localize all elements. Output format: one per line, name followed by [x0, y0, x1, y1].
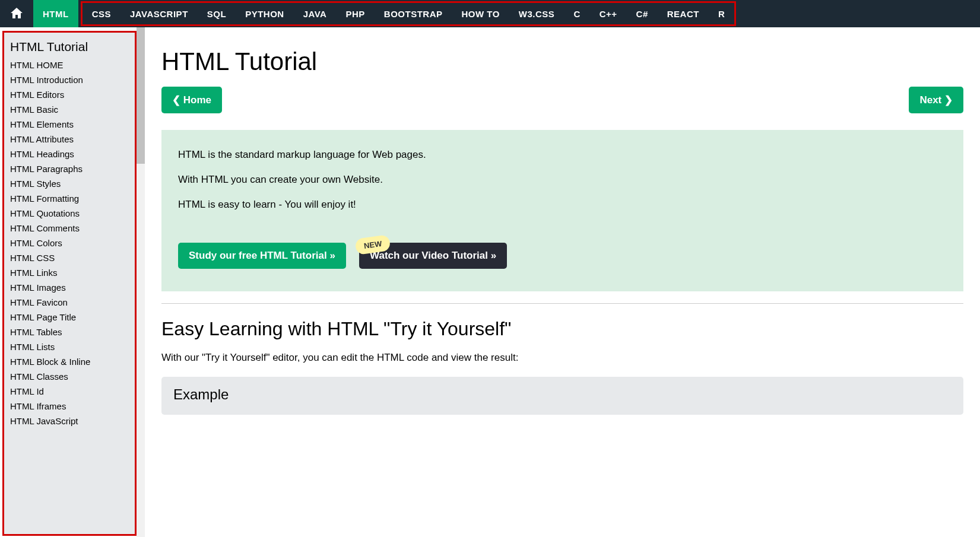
nav-item-cpp[interactable]: C++ — [590, 3, 627, 24]
next-nav-button[interactable]: Next ❯ — [909, 87, 963, 113]
sidebar-item-images[interactable]: HTML Images — [10, 280, 135, 295]
sidebar-item-classes[interactable]: HTML Classes — [10, 369, 135, 384]
next-nav-label: Next — [919, 94, 941, 106]
sidebar-item-elements[interactable]: HTML Elements — [10, 117, 135, 132]
sidebar-item-lists[interactable]: HTML Lists — [10, 339, 135, 354]
page-title: HTML Tutorial — [161, 47, 963, 76]
intro-text-1: HTML is the standard markup language for… — [178, 149, 947, 161]
divider — [161, 303, 963, 304]
sidebar-item-introduction[interactable]: HTML Introduction — [10, 72, 135, 87]
sidebar-item-paragraphs[interactable]: HTML Paragraphs — [10, 161, 135, 176]
nav-item-html[interactable]: HTML — [33, 0, 78, 27]
nav-item-java[interactable]: JAVA — [294, 3, 337, 24]
sidebar-item-favicon[interactable]: HTML Favicon — [10, 295, 135, 310]
sidebar-item-home[interactable]: HTML HOME — [10, 58, 135, 72]
sidebar-highlight-box: HTML Tutorial HTML HOME HTML Introductio… — [2, 31, 137, 536]
nav-item-sql[interactable]: SQL — [198, 3, 236, 24]
sidebar-item-attributes[interactable]: HTML Attributes — [10, 132, 135, 147]
sidebar-item-quotations[interactable]: HTML Quotations — [10, 206, 135, 221]
nav-item-css[interactable]: CSS — [83, 3, 120, 24]
sidebar-item-styles[interactable]: HTML Styles — [10, 176, 135, 191]
chevron-right-icon: ❯ — [941, 94, 953, 106]
main-content: HTML Tutorial ❮ Home Next ❯ HTML is the … — [145, 27, 980, 537]
sidebar-item-formatting[interactable]: HTML Formatting — [10, 191, 135, 206]
home-icon — [9, 6, 24, 22]
section-text: With our "Try it Yourself" editor, you c… — [161, 352, 963, 364]
sidebar-item-blockinline[interactable]: HTML Block & Inline — [10, 354, 135, 369]
study-tutorial-button[interactable]: Study our free HTML Tutorial » — [178, 243, 346, 269]
nav-item-csharp[interactable]: C# — [627, 3, 658, 24]
sidebar-item-links[interactable]: HTML Links — [10, 265, 135, 280]
sidebar-item-colors[interactable]: HTML Colors — [10, 236, 135, 250]
nav-item-w3css[interactable]: W3.CSS — [509, 3, 564, 24]
nav-item-r[interactable]: R — [709, 3, 734, 24]
nav-item-howto[interactable]: HOW TO — [452, 3, 509, 24]
example-box: Example — [161, 377, 963, 415]
layout: HTML Tutorial HTML HOME HTML Introductio… — [0, 27, 980, 537]
sidebar-item-javascript[interactable]: HTML JavaScript — [10, 414, 135, 428]
sidebar-item-iframes[interactable]: HTML Iframes — [10, 399, 135, 414]
top-nav: HTML CSS JAVASCRIPT SQL PYTHON JAVA PHP … — [0, 0, 980, 27]
intro-text-2: With HTML you can create your own Websit… — [178, 174, 947, 186]
nav-item-c[interactable]: C — [564, 3, 589, 24]
nav-item-javascript[interactable]: JAVASCRIPT — [120, 3, 198, 24]
nav-item-php[interactable]: PHP — [336, 3, 374, 24]
sidebar-item-editors[interactable]: HTML Editors — [10, 87, 135, 102]
section-heading: Easy Learning with HTML "Try it Yourself… — [161, 318, 963, 340]
nav-item-bootstrap[interactable]: BOOTSTRAP — [375, 3, 452, 24]
home-button[interactable] — [0, 0, 33, 27]
sidebar-item-id[interactable]: HTML Id — [10, 384, 135, 399]
example-label: Example — [173, 386, 952, 403]
intro-text-3: HTML is easy to learn - You will enjoy i… — [178, 199, 947, 211]
nav-buttons: ❮ Home Next ❯ — [161, 87, 963, 113]
sidebar-item-pagetitle[interactable]: HTML Page Title — [10, 310, 135, 325]
sidebar-heading: HTML Tutorial — [10, 37, 135, 58]
sidebar-scrollbar[interactable] — [137, 27, 145, 537]
scrollbar-thumb[interactable] — [137, 27, 145, 164]
nav-highlight-box: CSS JAVASCRIPT SQL PYTHON JAVA PHP BOOTS… — [81, 1, 737, 26]
video-button-wrap: NEW Watch our Video Tutorial » — [348, 238, 507, 269]
intro-panel: HTML is the standard markup language for… — [161, 130, 963, 291]
sidebar-item-css[interactable]: HTML CSS — [10, 250, 135, 265]
home-nav-label: Home — [183, 94, 211, 106]
chevron-left-icon: ❮ — [172, 94, 183, 106]
sidebar-item-basic[interactable]: HTML Basic — [10, 102, 135, 117]
nav-item-python[interactable]: PYTHON — [236, 3, 294, 24]
sidebar-item-tables[interactable]: HTML Tables — [10, 325, 135, 339]
sidebar-item-headings[interactable]: HTML Headings — [10, 147, 135, 161]
sidebar-item-comments[interactable]: HTML Comments — [10, 221, 135, 236]
sidebar: HTML Tutorial HTML HOME HTML Introductio… — [4, 33, 135, 534]
home-nav-button[interactable]: ❮ Home — [161, 87, 222, 113]
nav-item-react[interactable]: REACT — [658, 3, 709, 24]
